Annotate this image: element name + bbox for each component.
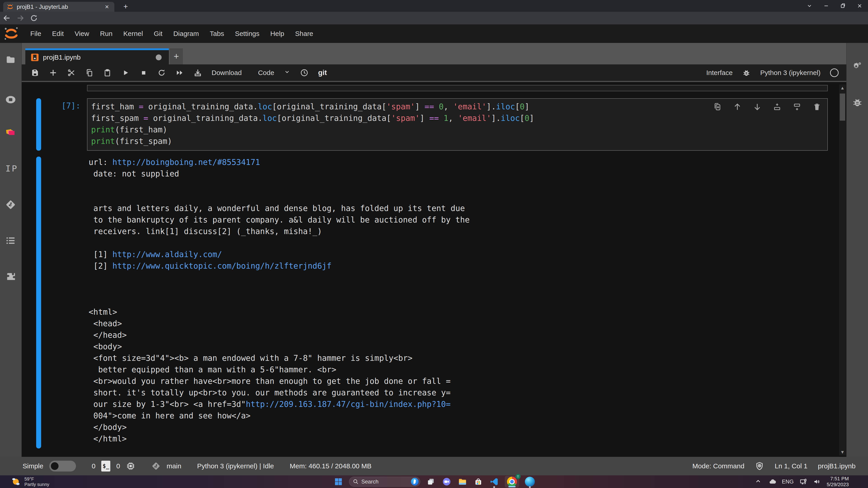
menu-item-file[interactable]: File bbox=[25, 24, 46, 43]
git-toolbar-label[interactable]: git bbox=[318, 68, 327, 77]
code-line: print(first_ham) bbox=[91, 124, 827, 135]
git-branch-icon[interactable] bbox=[151, 461, 161, 471]
simple-mode-toggle[interactable] bbox=[49, 461, 76, 471]
interface-label[interactable]: Interface bbox=[706, 69, 733, 76]
running-kernels-icon[interactable] bbox=[5, 94, 16, 105]
restart-kernel-icon[interactable] bbox=[157, 68, 166, 77]
download-icon[interactable] bbox=[193, 68, 202, 77]
output-link[interactable]: http://www.quicktopic.com/boing/h/zlfter… bbox=[112, 261, 331, 270]
scrollbar-thumb[interactable] bbox=[840, 94, 845, 121]
minimize-button[interactable] bbox=[818, 0, 835, 12]
kernel-status-text[interactable]: Python 3 (ipykernel) | Idle bbox=[197, 462, 274, 470]
new-tab-button[interactable]: + bbox=[120, 2, 131, 11]
tab-search-icon[interactable] bbox=[801, 0, 818, 12]
notebook-scroll-area[interactable]: [7]: first_ham = original_training_data.… bbox=[22, 83, 846, 457]
restart-run-all-icon[interactable] bbox=[176, 68, 184, 77]
output-link[interactable]: http://boingboing.net/#85534171 bbox=[112, 158, 260, 167]
close-button[interactable] bbox=[851, 0, 868, 12]
output-line: [2] http://www.quicktopic.com/boing/h/zl… bbox=[89, 260, 470, 272]
vscode-button[interactable] bbox=[489, 477, 499, 487]
insert-cell-above-icon[interactable] bbox=[773, 102, 782, 111]
kernel-status-icon[interactable] bbox=[830, 68, 839, 77]
browser-tab[interactable]: projB1 - JupyterLab × bbox=[3, 2, 114, 12]
menu-item-help[interactable]: Help bbox=[265, 24, 290, 43]
taskbar-search[interactable]: Search bbox=[349, 477, 420, 487]
cell-output: url: http://boingboing.net/#85534171 dat… bbox=[89, 157, 470, 445]
run-cell-icon[interactable] bbox=[121, 68, 130, 77]
tray-chevron-up-icon[interactable] bbox=[755, 478, 763, 486]
cursor-position[interactable]: Ln 1, Col 1 bbox=[775, 462, 807, 470]
unsaved-changes-dot[interactable] bbox=[156, 55, 162, 60]
move-cell-up-icon[interactable] bbox=[733, 102, 742, 111]
back-icon[interactable] bbox=[0, 13, 13, 23]
menu-item-view[interactable]: View bbox=[69, 24, 94, 43]
copy-cells-icon[interactable] bbox=[85, 68, 94, 77]
menu-item-share[interactable]: Share bbox=[290, 24, 319, 43]
output-link[interactable]: http://www.aldaily.com/ bbox=[112, 250, 222, 259]
terminal-icon[interactable]: $_ bbox=[101, 461, 110, 471]
volume-icon[interactable] bbox=[813, 478, 821, 486]
chrome-button[interactable]: T bbox=[505, 476, 519, 488]
teams-chat-button[interactable] bbox=[441, 477, 452, 487]
duplicate-cell-icon[interactable] bbox=[713, 102, 722, 111]
weather-widget[interactable]: 59°F Partly sunny bbox=[11, 476, 49, 487]
menu-item-run[interactable]: Run bbox=[95, 24, 118, 43]
notebook-tab[interactable]: projB1.ipynb bbox=[25, 48, 169, 64]
move-cell-down-icon[interactable] bbox=[753, 102, 762, 111]
paste-cells-icon[interactable] bbox=[103, 68, 112, 77]
insert-cell-below-icon[interactable] bbox=[793, 102, 802, 111]
file-browser-icon[interactable] bbox=[5, 55, 16, 65]
scroll-down-icon[interactable]: ▼ bbox=[839, 449, 846, 455]
menu-item-diagram[interactable]: Diagram bbox=[168, 24, 204, 43]
onedrive-icon[interactable] bbox=[768, 478, 776, 486]
output-line: url: http://boingboing.net/#85534171 bbox=[89, 157, 470, 168]
language-indicator[interactable]: ENG bbox=[782, 479, 794, 485]
restore-button[interactable] bbox=[835, 0, 851, 12]
scroll-up-icon[interactable]: ▲ bbox=[839, 85, 846, 91]
tab-close-icon[interactable]: × bbox=[103, 3, 111, 11]
kernel-chip-icon[interactable] bbox=[126, 461, 135, 471]
history-clock-icon[interactable] bbox=[300, 68, 309, 77]
cut-cells-icon[interactable] bbox=[67, 68, 75, 77]
file-explorer-button[interactable] bbox=[457, 477, 468, 487]
command-mode-indicator[interactable]: Mode: Command bbox=[692, 462, 744, 470]
diagram-icon[interactable] bbox=[5, 127, 16, 137]
reload-icon[interactable] bbox=[27, 13, 41, 23]
kernel-name-label[interactable]: Python 3 (ipykernel) bbox=[760, 69, 820, 76]
code-cell[interactable]: first_ham = original_training_data.loc[o… bbox=[87, 98, 828, 151]
download-label[interactable]: Download bbox=[212, 69, 242, 76]
save-icon[interactable] bbox=[31, 68, 39, 77]
trust-shield-icon[interactable] bbox=[755, 461, 764, 471]
property-inspector-icon[interactable]: IP bbox=[5, 164, 16, 174]
settings-gears-icon[interactable] bbox=[852, 61, 863, 71]
cell-type-chevron-icon[interactable] bbox=[284, 68, 290, 77]
git-branch-name[interactable]: main bbox=[166, 462, 181, 470]
stop-kernel-icon[interactable] bbox=[139, 68, 148, 77]
menu-item-tabs[interactable]: Tabs bbox=[204, 24, 229, 43]
menu-item-kernel[interactable]: Kernel bbox=[118, 24, 149, 43]
output-collapser[interactable] bbox=[36, 157, 41, 449]
notebook-scrollbar[interactable]: ▲ ▼ bbox=[839, 85, 846, 455]
new-launcher-button[interactable]: + bbox=[170, 48, 183, 64]
partial-previous-cell[interactable] bbox=[87, 85, 828, 91]
cell-type-select[interactable]: Code bbox=[258, 69, 274, 76]
edge-button[interactable] bbox=[525, 477, 535, 487]
network-icon[interactable] bbox=[800, 478, 807, 486]
forward-icon[interactable] bbox=[13, 13, 27, 23]
delete-cell-icon[interactable] bbox=[812, 102, 822, 111]
extension-manager-icon[interactable] bbox=[5, 271, 16, 282]
menu-item-edit[interactable]: Edit bbox=[46, 24, 69, 43]
table-of-contents-icon[interactable] bbox=[5, 235, 16, 246]
clock-widget[interactable]: 7:51 PM 5/29/2023 bbox=[827, 476, 849, 488]
start-button[interactable] bbox=[333, 477, 344, 487]
add-cell-icon[interactable] bbox=[49, 68, 57, 77]
debugger-bug-icon[interactable] bbox=[742, 68, 751, 77]
microsoft-store-button[interactable] bbox=[473, 477, 484, 487]
debugger-icon[interactable] bbox=[852, 97, 863, 107]
git-icon[interactable] bbox=[5, 199, 16, 210]
chrome-icon bbox=[507, 477, 517, 487]
menu-item-settings[interactable]: Settings bbox=[229, 24, 265, 43]
output-link[interactable]: http://209.163.187.47/cgi-bin/index.php?… bbox=[246, 400, 451, 409]
task-view-button[interactable] bbox=[426, 477, 436, 487]
menu-item-git[interactable]: Git bbox=[148, 24, 168, 43]
